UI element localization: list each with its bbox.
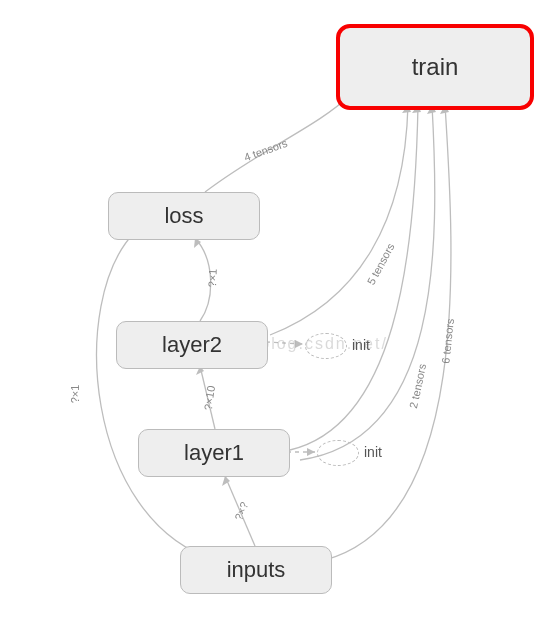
- edge-label-layer2-loss: ?×1: [206, 268, 219, 287]
- node-init-layer1[interactable]: [317, 440, 359, 466]
- edge-label-layer1-train-a: 2 tensors: [407, 363, 428, 410]
- node-train-label: train: [412, 53, 459, 81]
- node-layer1[interactable]: layer1: [138, 429, 290, 477]
- node-init-layer1-label: init: [364, 444, 382, 460]
- edge-label-inputs-loss: ?×1: [69, 385, 81, 404]
- node-train[interactable]: train: [336, 24, 534, 110]
- edge-label-layer2-train: 5 tensors: [365, 241, 397, 287]
- node-layer1-label: layer1: [184, 440, 244, 466]
- node-init-layer2[interactable]: [305, 333, 347, 359]
- node-init-layer2-label: init: [352, 337, 370, 353]
- node-inputs[interactable]: inputs: [180, 546, 332, 594]
- node-loss-label: loss: [164, 203, 203, 229]
- node-layer2[interactable]: layer2: [116, 321, 268, 369]
- edge-label-loss-train: 4 tensors: [242, 137, 289, 164]
- node-layer2-label: layer2: [162, 332, 222, 358]
- edge-label-layer1-layer2: ?×10: [202, 385, 217, 411]
- edge-label-layer1-train-b: 6 tensors: [439, 318, 456, 364]
- node-loss[interactable]: loss: [108, 192, 260, 240]
- node-inputs-label: inputs: [227, 557, 286, 583]
- edge-label-inputs-layer1: ?×?: [232, 500, 250, 522]
